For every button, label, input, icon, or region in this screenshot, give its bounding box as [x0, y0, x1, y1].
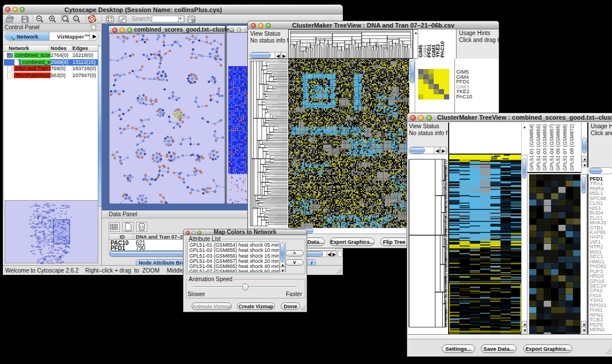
svg-text:PAC10: PAC10 — [439, 41, 445, 58]
svg-text:GPL51-08 (GSM872): GPL51-08 (GSM872) — [569, 124, 575, 171]
svg-text:GPL51-04 (GSM857): GPL51-04 (GSM857) — [549, 124, 554, 171]
svg-text:GPL51-02 (GSM855): GPL51-02 (GSM855) — [536, 124, 541, 171]
svg-text:GPL51-07 (GSM868): GPL51-07 (GSM868) — [562, 124, 568, 171]
svg-text:GPL51-01 (GSM854): GPL51-01 (GSM854) — [529, 124, 534, 171]
svg-text:1:1: 1:1 — [74, 17, 79, 21]
svg-text:Search:: Search: — [132, 16, 151, 22]
svg-text:GPL51-03 (GSM856): GPL51-03 (GSM856) — [542, 124, 548, 171]
svg-text:GPL51-06 (GSM865): GPL51-06 (GSM865) — [555, 124, 561, 171]
